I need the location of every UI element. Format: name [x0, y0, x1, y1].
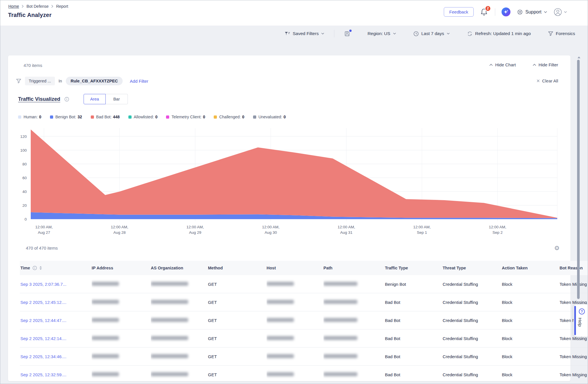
svg-text:40: 40: [22, 190, 27, 194]
hide-chart-button[interactable]: Hide Chart: [489, 62, 516, 67]
legend-item: Human: 0: [18, 115, 41, 119]
table-row[interactable]: Sep 3 2025, 2:07:36.7...GETBenign BotCre…: [20, 275, 588, 293]
chart-type-bar-button[interactable]: Bar: [106, 94, 128, 104]
feedback-button[interactable]: Feedback: [444, 7, 474, 17]
support-label: Support: [525, 9, 541, 15]
filter-field-chip[interactable]: Triggered ...: [25, 77, 55, 85]
threat-type-cell: Credential Stuffing: [443, 311, 502, 329]
time-cell: Sep 3 2025, 2:07:36.7...: [20, 275, 92, 293]
redacted-cell: [92, 329, 151, 348]
redacted-blur: [92, 336, 119, 340]
column-header-traffic-type: Traffic Type: [385, 261, 443, 275]
table-row[interactable]: Sep 2 2025, 12:45:12....GETBad BotCreden…: [20, 293, 588, 311]
legend-swatch: [91, 115, 94, 119]
svg-text:12:00 AM,Sep 2: 12:00 AM,Sep 2: [489, 225, 506, 235]
time-link[interactable]: Sep 3 2025, 2:07:36.7...: [20, 282, 66, 287]
threat-type-cell: Credential Stuffing: [443, 275, 502, 293]
time-cell: Sep 2 2025, 12:32:59....: [20, 366, 92, 384]
traffic-type-cell: Bad Bot: [385, 329, 443, 348]
method-cell: GET: [208, 348, 267, 366]
notifications-button[interactable]: 2: [480, 7, 489, 17]
ai-assistant-button[interactable]: [502, 7, 510, 16]
time-link[interactable]: Sep 2 2025, 12:34:46....: [20, 354, 66, 359]
column-header-method: Method: [208, 261, 267, 275]
time-range-dropdown[interactable]: Last 7 days: [413, 31, 450, 36]
column-header-time[interactable]: Time: [20, 261, 92, 275]
method-cell: GET: [208, 329, 267, 348]
info-icon[interactable]: [32, 266, 37, 270]
help-tab[interactable]: ? Help: [573, 304, 588, 337]
add-filter-button[interactable]: Add Filter: [130, 79, 148, 84]
traffic-type-cell: Benign Bot: [385, 275, 443, 293]
redacted-blur: [267, 336, 294, 340]
redacted-cell: [151, 275, 208, 293]
time-link[interactable]: Sep 2 2025, 12:42:14....: [20, 336, 66, 341]
legend-swatch: [18, 115, 21, 119]
divider: [495, 8, 495, 16]
threat-type-cell: Credential Stuffing: [443, 366, 502, 384]
funnel-icon: [548, 31, 553, 36]
redacted-cell: [323, 311, 385, 329]
chart-type-area-button[interactable]: Area: [84, 94, 106, 104]
table-row[interactable]: Sep 2 2025, 12:34:46....GETBad BotCreden…: [20, 348, 588, 366]
breadcrumb-section[interactable]: Bot Defense: [26, 4, 49, 9]
redacted-cell: [92, 311, 151, 329]
time-link[interactable]: Sep 2 2025, 12:45:12....: [20, 300, 66, 305]
svg-text:100: 100: [20, 148, 27, 153]
chart-section-title[interactable]: Traffic Visualized: [18, 96, 60, 102]
region-dropdown[interactable]: Region: US: [367, 31, 396, 36]
legend-item: Benign Bot: 32: [50, 115, 82, 119]
sort-icon[interactable]: [39, 266, 42, 270]
redacted-blur: [92, 372, 119, 376]
chevron-up-icon: [533, 64, 536, 66]
action-taken-cell: Block: [502, 311, 560, 329]
filter-value-chip[interactable]: Rule_CB_AFXXXTZPEC: [66, 77, 123, 85]
clear-all-button[interactable]: Clear All: [537, 78, 558, 83]
help-label: Help: [577, 318, 583, 327]
redacted-blur: [323, 318, 357, 322]
redacted-cell: [267, 293, 323, 311]
redacted-cell: [151, 311, 208, 329]
info-icon[interactable]: [64, 97, 69, 102]
gear-icon[interactable]: ⚙: [554, 245, 560, 251]
redacted-blur: [151, 354, 188, 358]
redacted-blur: [151, 336, 188, 340]
redacted-blur: [267, 372, 294, 376]
action-taken-cell: Block: [502, 275, 560, 293]
breadcrumb-home[interactable]: Home: [8, 4, 19, 9]
chevron-down-icon: [564, 11, 567, 13]
table-row[interactable]: Sep 2 2025, 12:44:47....GETBad BotCreden…: [20, 311, 588, 329]
legend-swatch: [50, 115, 53, 119]
filter-lines-icon: [285, 31, 290, 36]
time-cell: Sep 2 2025, 12:44:47....: [20, 311, 92, 329]
forensics-button[interactable]: Forensics: [548, 31, 575, 36]
table-row[interactable]: Sep 2 2025, 12:42:14....GETBad BotCreden…: [20, 329, 588, 348]
svg-text:12:00 AM,Aug 28: 12:00 AM,Aug 28: [111, 225, 128, 235]
chevron-down-icon: [447, 32, 450, 35]
scrollbar-thumb[interactable]: [577, 60, 580, 299]
time-link[interactable]: Sep 2 2025, 12:32:59....: [20, 372, 66, 377]
legend-swatch: [128, 115, 132, 119]
save-filter-button[interactable]: [344, 31, 350, 37]
time-link[interactable]: Sep 2 2025, 12:44:47....: [20, 318, 66, 323]
time-range-label: Last 7 days: [421, 31, 444, 36]
hide-filter-button[interactable]: Hide Filter: [533, 62, 558, 67]
clear-all-label: Clear All: [542, 78, 558, 83]
redacted-blur: [267, 300, 294, 304]
sparkle-icon: [504, 9, 508, 14]
svg-text:12:00 AM,Aug 30: 12:00 AM,Aug 30: [262, 225, 279, 235]
redacted-cell: [267, 348, 323, 366]
table-row[interactable]: Sep 2 2025, 12:32:59....GETBad BotCreden…: [20, 366, 588, 384]
user-menu[interactable]: [554, 8, 567, 16]
action-taken-cell: Block: [502, 348, 560, 366]
saved-filters-dropdown[interactable]: Saved Filters: [285, 31, 324, 36]
support-menu[interactable]: Support: [517, 9, 547, 15]
redacted-blur: [92, 354, 119, 358]
scrollbar-down-arrow[interactable]: [577, 376, 581, 379]
method-cell: GET: [208, 275, 267, 293]
redacted-cell: [92, 275, 151, 293]
refresh-button[interactable]: Refresh: Updated 1 min ago: [467, 31, 531, 36]
scrollbar-up-arrow[interactable]: [577, 56, 581, 59]
top-bar: Home Bot Defense Report Traffic Analyzer…: [0, 0, 588, 26]
filter-operator: In: [59, 79, 62, 83]
